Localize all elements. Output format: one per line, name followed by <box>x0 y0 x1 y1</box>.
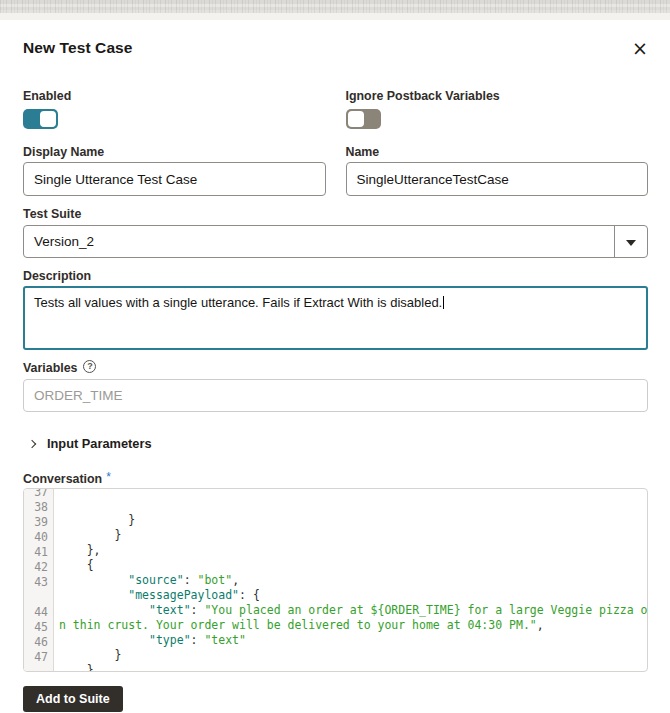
select-divider <box>614 226 615 257</box>
name-fields-row: Display Name Name <box>23 145 648 196</box>
test-suite-field: Test Suite Version_2 <box>23 207 648 258</box>
close-button[interactable]: × <box>632 40 648 56</box>
required-marker: * <box>106 470 111 484</box>
enabled-field: Enabled <box>23 89 326 129</box>
name-label: Name <box>346 145 649 160</box>
ignore-postback-label: Ignore Postback Variables <box>346 89 649 104</box>
dialog-footer: Add to Suite <box>23 686 648 712</box>
display-name-label: Display Name <box>23 145 326 160</box>
enabled-toggle[interactable] <box>23 109 58 129</box>
name-input[interactable] <box>346 162 649 196</box>
new-test-case-dialog: New Test Case × Enabled Ignore Postback … <box>0 39 670 712</box>
variables-label: Variables? <box>23 361 648 376</box>
toggles-row: Enabled Ignore Postback Variables <box>23 89 648 129</box>
input-parameters-label: Input Parameters <box>47 436 152 451</box>
test-suite-value: Version_2 <box>34 234 94 249</box>
conversation-code-editor: 37383940414243 44454647 } } }, { "source… <box>23 488 648 672</box>
editor-gutter: 37383940414243 44454647 <box>24 489 53 665</box>
ignore-postback-field: Ignore Postback Variables <box>346 89 649 129</box>
description-label: Description <box>23 269 648 284</box>
test-suite-select[interactable]: Version_2 <box>23 225 648 258</box>
name-field: Name <box>346 145 649 196</box>
dialog-header: New Test Case × <box>23 39 648 57</box>
description-text: Tests all values with a single utterance… <box>34 295 442 310</box>
conversation-label-row: Conversation* <box>23 469 648 487</box>
page-texture-band-edge <box>0 13 670 20</box>
toggle-thumb <box>40 111 56 127</box>
ignore-postback-toggle[interactable] <box>346 109 381 129</box>
close-icon: × <box>632 37 648 59</box>
add-to-suite-button[interactable]: Add to Suite <box>23 686 123 712</box>
page-texture-band <box>0 0 670 13</box>
variables-field: Variables? <box>23 361 648 412</box>
conversation-label: Conversation <box>23 472 102 486</box>
chevron-right-icon <box>28 439 36 447</box>
description-textarea[interactable]: Tests all values with a single utterance… <box>23 286 648 350</box>
description-field: Description Tests all values with a sing… <box>23 269 648 350</box>
dialog-title: New Test Case <box>23 39 133 57</box>
toggle-thumb <box>348 111 364 127</box>
display-name-field: Display Name <box>23 145 326 196</box>
dropdown-arrow-icon[interactable] <box>626 240 636 246</box>
conversation-code-area[interactable]: } } }, { "source": "bot", "messagePayloa… <box>54 489 647 671</box>
text-cursor <box>443 296 444 309</box>
enabled-label: Enabled <box>23 89 326 104</box>
display-name-input[interactable] <box>23 162 326 196</box>
editor-line-number-gutter: 37383940414243 44454647 <box>24 489 54 671</box>
help-icon[interactable]: ? <box>83 360 96 373</box>
editor-code: } } }, { "source": "bot", "messagePayloa… <box>59 513 647 671</box>
test-suite-label: Test Suite <box>23 207 648 222</box>
variables-input[interactable] <box>23 379 648 412</box>
input-parameters-expander[interactable]: Input Parameters <box>23 436 648 451</box>
